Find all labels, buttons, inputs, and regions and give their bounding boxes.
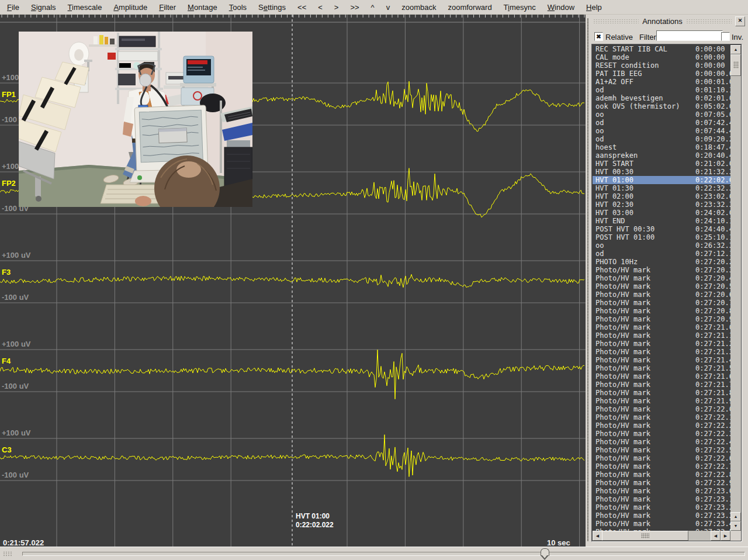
annotation-row[interactable]: ook OV5 (thermistor)0:05:02.03 [593,102,730,110]
annotation-row[interactable]: HVT 01:000:22:02.02 [593,176,730,184]
menu-item-v[interactable]: v [380,1,396,13]
annotation-row[interactable]: od0:09:20.26 [593,135,730,143]
annotation-row[interactable]: Photo/HV mark0:27:22.53 [593,446,730,454]
annotation-row[interactable]: Photo/HV mark0:27:20.43 [593,274,730,282]
annotation-row[interactable]: HVT 03:000:24:02.03 [593,209,730,217]
annotation-row[interactable]: Photo/HV mark0:27:20.63 [593,291,730,299]
annotation-row[interactable]: RESET condition0:00:00 [593,61,730,70]
annotation-row[interactable]: Photo/HV mark0:27:20.53 [593,282,730,291]
annotation-row[interactable]: Photo/HV mark0:27:22.83 [593,471,730,479]
annotation-row[interactable]: Photo/HV mark0:27:22.33 [593,430,730,438]
vscroll-track[interactable] [730,76,741,512]
annotation-row[interactable]: oo0:07:44.43 [593,127,730,135]
scroll-down-button[interactable]: ▼ [730,521,741,531]
annotation-row[interactable]: Photo/HV mark0:27:20.73 [593,299,730,307]
menu-item-amplitude[interactable]: Amplitude [108,1,153,13]
menu-item-zoomforward[interactable]: zoomforward [442,1,497,13]
menu-item-settings[interactable]: Settings [252,1,292,13]
menu-item-filter[interactable]: Filter [153,1,182,13]
menu-item-timescale[interactable]: Timescale [62,1,108,13]
panel-close-button[interactable]: ✕ [735,16,745,26]
annotation-row[interactable]: oo0:07:05.03 [593,110,730,119]
annotation-row[interactable]: Photo/HV mark0:27:21.63 [593,372,730,381]
annotation-row[interactable]: Photo/HV mark0:27:23.33 [593,511,730,520]
annotation-row[interactable]: Photo/HV mark0:27:23.03 [593,487,730,495]
annotation-row[interactable]: CAL mode0:00:00 [593,53,730,61]
hscroll-thumb[interactable] [602,531,688,541]
menu-item-nav[interactable]: >> [344,1,365,13]
annotation-row[interactable]: Photo/HV mark0:27:22.93 [593,479,730,487]
annotation-row[interactable]: HVT 02:300:23:32.33 [593,201,730,209]
annotation-row[interactable]: PHOTO 10Hz0:27:20.26 [593,258,730,266]
scroll-left-button-end[interactable]: ◀ [711,531,721,541]
scroll-up-button-bottom[interactable]: ▲ [730,512,741,521]
menu-item-window[interactable]: Window [542,1,580,13]
annotation-row[interactable]: HVT 01:300:22:32.33 [593,184,730,192]
scroll-left-button[interactable]: ◀ [593,531,602,541]
annotation-row[interactable]: A1+A2 OFF0:00:01.03 [593,78,730,86]
annotation-row[interactable]: Photo/HV mark0:27:22.13 [593,413,730,421]
annotation-row[interactable]: Photo/HV mark0:27:22.43 [593,438,730,446]
menu-item-signals[interactable]: Signals [25,1,62,13]
annotation-row[interactable]: Photo/HV mark0:27:23.13 [593,495,730,503]
relative-checkbox[interactable]: ✖ [594,32,603,41]
menu-item-help[interactable]: Help [580,1,608,13]
annotation-row[interactable]: Photo/HV mark0:27:21.93 [593,397,730,405]
filter-input[interactable] [656,30,723,41]
annotation-row[interactable]: Photo/HV mark0:27:21.03 [593,323,730,331]
annotation-row[interactable]: Photo/HV mark0:27:23.43 [593,520,730,528]
annotation-row[interactable]: Photo/HV mark0:27:21.83 [593,389,730,397]
annotation-row[interactable]: Photo/HV mark0:27:21.13 [593,331,730,340]
inv-checkbox[interactable] [721,32,730,41]
annotations-titlebar[interactable]: Annotations ✕ [593,16,745,26]
panel-splitter-handle[interactable] [586,15,590,545]
timeline-scrollbar-groove[interactable] [22,552,745,556]
menu-item-nav[interactable]: << [292,1,312,13]
annotations-hscrollbar[interactable]: ◀ ◀ ▶ [593,531,730,541]
annotations-list[interactable]: REC START IIB CAL0:00:00CAL mode0:00:00R… [593,45,730,531]
vscroll-thumb[interactable] [730,54,741,76]
annotation-row[interactable]: Photo/HV mark0:27:21.53 [593,364,730,372]
scroll-up-button[interactable]: ▲ [730,45,741,54]
annotation-row[interactable]: Photo/HV mark0:27:22.03 [593,405,730,413]
annotation-row[interactable]: Photo/HV mark0:27:20.93 [593,315,730,323]
timeline-scrollbar-handle[interactable] [541,548,549,556]
annotation-row[interactable]: POST HVT 00:300:24:40.43 [593,225,730,233]
annotation-row[interactable]: REC START IIB CAL0:00:00 [593,45,730,53]
menu-item-tools[interactable]: Tools [223,1,252,13]
menu-item-zoomback[interactable]: zoomback [396,1,442,13]
menu-item-timesync[interactable]: Timesync [498,1,542,13]
annotation-row[interactable]: Photo/HV mark0:27:23.23 [593,503,730,511]
annotation-row[interactable]: HVT 02:000:23:02.03 [593,192,730,201]
annotation-row[interactable]: Photo/HV mark0:27:22.73 [593,462,730,471]
annotation-row[interactable]: POST HVT 01:000:25:10.16 [593,233,730,241]
annotation-row[interactable]: HVT START0:21:02.03 [593,160,730,168]
annotation-row[interactable]: Photo/HV mark0:27:20.83 [593,307,730,315]
annotation-row[interactable]: hoest0:18:47.43 [593,143,730,151]
hscroll-track[interactable] [688,531,711,541]
timeline-scrollbar[interactable] [0,547,748,560]
annotation-row[interactable]: PAT IIB EEG0:00:00.00 [593,70,730,78]
annotation-row[interactable]: Photo/HV mark0:27:22.63 [593,454,730,462]
annotation-row[interactable]: oo0:26:32.33 [593,241,730,250]
annotation-row[interactable]: Photo/HV mark0:27:20.33 [593,266,730,274]
scroll-right-button[interactable]: ▶ [721,531,730,541]
menu-item-nav[interactable]: ^ [365,1,380,13]
annotation-row[interactable]: Photo/HV mark0:27:21.33 [593,348,730,356]
annotations-vscrollbar[interactable]: ▲ ▲ ▼ [730,45,741,531]
annotation-row[interactable]: Photo/HV mark0:27:21.43 [593,356,730,364]
annotation-row[interactable]: HVT END0:24:10.16 [593,217,730,225]
annotation-row[interactable]: od0:07:42.43 [593,119,730,127]
annotation-row[interactable]: HVT 00:300:21:32.33 [593,168,730,176]
menu-item-file[interactable]: File [1,1,25,13]
annotation-row[interactable]: Photo/HV mark0:27:21.73 [593,381,730,389]
menu-item-nav[interactable]: > [328,1,345,13]
annotation-row[interactable]: od0:01:10.16 [593,86,730,94]
annotation-row[interactable]: Photo/HV mark0:27:22.23 [593,421,730,430]
annotation-row[interactable]: Photo/HV mark0:27:21.23 [593,340,730,348]
annotation-row[interactable]: aanspreken0:20:40.43 [593,151,730,160]
menu-item-montage[interactable]: Montage [182,1,223,13]
annotation-row[interactable]: od0:27:12.13 [593,250,730,258]
menu-item-nav[interactable]: < [312,1,328,13]
annotation-row[interactable]: ademh bevestigen0:02:01.03 [593,94,730,102]
